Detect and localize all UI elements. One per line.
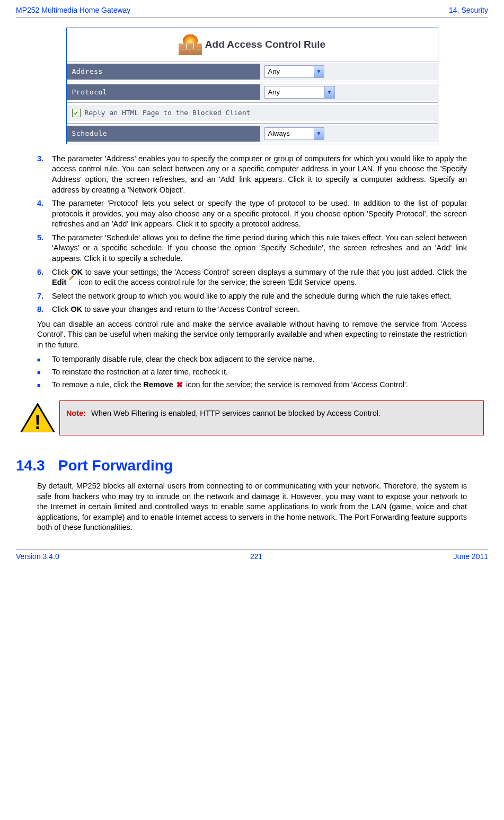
bullet-marker: ■ — [37, 380, 52, 389]
bullet-marker: ■ — [37, 354, 52, 364]
section-body: By default, MP252 blocks all external us… — [16, 481, 488, 533]
step-6: 6. Click OK to save your settings; the '… — [37, 267, 467, 288]
protocol-select-value: Any — [265, 88, 324, 97]
note-block: ! Note: When Web Filtering is enabled, H… — [16, 400, 488, 435]
row-address: Address Any ▼ — [67, 62, 438, 82]
bullet-text: To temporarily disable rule, clear the c… — [52, 354, 467, 365]
step-text: The parameter 'Protocol' lets you select… — [52, 198, 467, 230]
steps-block: 3. The parameter 'Address' enables you t… — [16, 154, 488, 390]
step-number: 3. — [37, 154, 52, 195]
step-number: 8. — [37, 304, 52, 315]
step-number: 6. — [37, 267, 52, 288]
step-text: Click OK to save your settings; the 'Acc… — [52, 267, 467, 288]
step-number: 4. — [37, 198, 52, 230]
section-heading: 14.3 Port Forwarding — [16, 456, 488, 476]
schedule-select[interactable]: Always ▼ — [264, 127, 324, 140]
paragraph-disable-info: You can disable an access control rule a… — [37, 319, 467, 351]
step-3: 3. The parameter 'Address' enables you t… — [37, 154, 467, 195]
step-5: 5. The parameter 'Schedule' allows you t… — [37, 233, 467, 264]
step-text: Click OK to save your changes and return… — [52, 304, 467, 315]
remove-icon — [175, 380, 184, 389]
add-access-control-form: Add Access Control Rule Address Any ▼ Pr… — [66, 28, 438, 144]
row-reply: ✔ Reply an HTML Page to the Blocked Clie… — [67, 103, 438, 124]
section-title: Port Forwarding — [58, 457, 173, 474]
chevron-down-icon[interactable]: ▼ — [314, 128, 324, 139]
footer-left: Version 3.4.0 — [16, 552, 59, 562]
warning-icon: ! — [20, 400, 59, 435]
form-title-text: Add Access Control Rule — [205, 38, 325, 51]
reply-checkbox[interactable]: ✔ — [72, 109, 81, 117]
step-text: The parameter 'Address' enables you to s… — [52, 154, 467, 195]
step-7: 7. Select the network group to which you… — [37, 291, 467, 302]
bullet-2: ■ To reinstate the restriction at a late… — [37, 367, 467, 378]
note-text: When Web Filtering is enabled, HTTP serv… — [91, 408, 477, 419]
edit-icon — [68, 278, 76, 286]
form-title-bar: Add Access Control Rule — [67, 28, 438, 62]
bullet-3: ■ To remove a rule, click the Remove ico… — [37, 380, 467, 390]
bullet-1: ■ To temporarily disable rule, clear the… — [37, 354, 467, 365]
address-select-value: Any — [265, 67, 314, 76]
header-left: MP252 Multimedia Home Gateway — [16, 5, 130, 15]
chevron-down-icon[interactable]: ▼ — [314, 66, 324, 77]
section-number: 14.3 — [16, 456, 54, 476]
label-protocol: Protocol — [67, 84, 260, 100]
schedule-select-value: Always — [265, 129, 314, 138]
step-number: 5. — [37, 233, 52, 264]
step-4: 4. The parameter 'Protocol' lets you sel… — [37, 198, 467, 230]
header-right: 14. Security — [449, 5, 488, 15]
note-label: Note: — [66, 408, 86, 419]
footer-right: June 2011 — [454, 552, 488, 562]
step-text: The parameter 'Schedule' allows you to d… — [52, 233, 467, 264]
address-select[interactable]: Any ▼ — [264, 65, 324, 78]
bullet-marker: ■ — [37, 367, 52, 377]
row-schedule: Schedule Always ▼ — [67, 124, 438, 144]
step-text: Select the network group to which you wo… — [52, 291, 467, 302]
label-schedule: Schedule — [67, 126, 260, 142]
footer-center: 221 — [250, 552, 262, 562]
bullet-text: To remove a rule, click the Remove icon … — [52, 380, 467, 390]
chevron-down-icon[interactable]: ▼ — [324, 86, 334, 98]
step-8: 8. Click OK to save your changes and ret… — [37, 304, 467, 315]
step-number: 7. — [37, 291, 52, 302]
reply-label: Reply an HTML Page to the Blocked Client — [85, 108, 251, 118]
firewall-icon — [179, 34, 202, 55]
protocol-select[interactable]: Any ▼ — [264, 86, 335, 99]
bullet-text: To reinstate the restriction at a later … — [52, 367, 467, 378]
row-protocol: Protocol Any ▼ — [67, 82, 438, 103]
label-address: Address — [67, 64, 260, 80]
